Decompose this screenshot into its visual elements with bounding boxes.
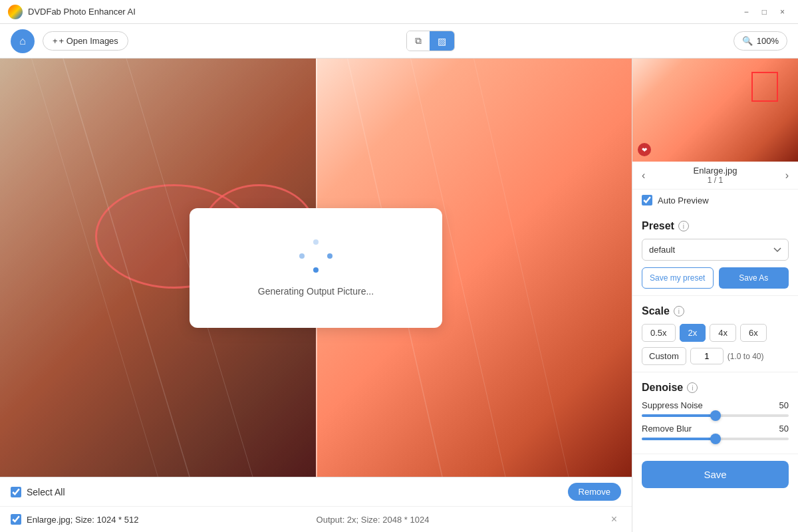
auto-preview-label: Auto Preview (658, 196, 709, 205)
right-panel: ❤ ‹ Enlarge.jpg 1 / 1 › Auto Preview Pre… (632, 59, 798, 532)
remove-blur-track[interactable] (642, 438, 789, 440)
next-icon: › (785, 170, 789, 181)
title-bar: DVDFab Photo Enhancer AI − □ × (0, 0, 798, 24)
toolbar: ⌂ + + Open Images ⧉ ▨ 🔍 100% (0, 24, 798, 59)
file-name: Enlarge.jpg; Size: 1024 * 512 (27, 515, 138, 525)
select-all-checkbox[interactable] (11, 487, 21, 497)
thumbnail-prev-button[interactable]: ‹ (638, 168, 649, 183)
home-icon: ⌂ (19, 35, 26, 47)
denoise-title: Denoise (642, 382, 683, 394)
thumbnail-info: Enlarge.jpg 1 / 1 (694, 166, 737, 185)
custom-scale-button[interactable]: Custom (642, 347, 686, 365)
scale-options: 0.5x 2x 4x 6x (642, 324, 789, 342)
scale-section: Scale i 0.5x 2x 4x 6x Custom (1.0 to 40) (632, 296, 798, 372)
preset-info-icon[interactable]: i (678, 221, 689, 231)
save-button[interactable]: Save (642, 461, 789, 488)
remove-file-icon[interactable]: × (607, 512, 621, 527)
file-list-header: Select All Remove (0, 477, 632, 507)
scale-2x-button[interactable]: 2x (680, 324, 706, 342)
loading-text: Generating Output Picture... (258, 286, 374, 297)
open-images-label: + Open Images (59, 36, 118, 46)
select-all-label: Select All (27, 487, 65, 497)
minimize-button[interactable]: − (739, 5, 754, 19)
scale-header: Scale i (642, 305, 789, 317)
preset-header: Preset i (642, 220, 789, 232)
remove-blur-fill (642, 438, 716, 440)
thumbnail-selection-box (751, 72, 778, 102)
remove-blur-thumb[interactable] (710, 434, 721, 444)
denoise-header: Denoise i (642, 382, 789, 394)
remove-blur-label: Remove Blur (642, 424, 692, 434)
thumbnail-page: 1 / 1 (694, 176, 737, 185)
preset-buttons: Save my preset Save As (642, 267, 789, 289)
close-button[interactable]: × (775, 5, 790, 19)
preset-section: Preset i default high quality fast Save … (632, 211, 798, 296)
enhance-view-icon: ▨ (438, 36, 446, 47)
spinner-dot-1 (313, 239, 319, 245)
spinner-dot-2 (327, 253, 332, 259)
file-list: Select All Remove Enlarge.jpg; Size: 102… (0, 477, 632, 532)
suppress-noise-thumb[interactable] (710, 410, 721, 421)
suppress-noise-track[interactable] (642, 414, 789, 417)
thumbnail-nav: ‹ Enlarge.jpg 1 / 1 › (632, 162, 798, 190)
thumbnail-area: ❤ (632, 59, 798, 162)
zoom-value: 100% (757, 36, 779, 46)
canvas-area: Generating Output Picture... Select All … (0, 59, 632, 532)
window-controls: − □ × (739, 5, 790, 19)
remove-blur-value: 50 (779, 424, 789, 434)
custom-scale-input[interactable] (690, 348, 724, 364)
preset-dropdown[interactable]: default high quality fast (642, 239, 789, 261)
image-canvas: Generating Output Picture... (0, 59, 632, 477)
image-viewer: Generating Output Picture... (0, 59, 632, 477)
app-logo (8, 5, 23, 19)
suppress-noise-value: 50 (779, 400, 789, 410)
scale-info-icon[interactable]: i (674, 306, 684, 317)
thumbnail-next-button[interactable]: › (781, 168, 793, 183)
view-split-button[interactable]: ⧉ (407, 31, 430, 51)
prev-icon: ‹ (642, 170, 645, 181)
custom-scale-range: (1.0 to 40) (728, 352, 764, 361)
maximize-button[interactable]: □ (757, 5, 772, 19)
auto-preview-checkbox[interactable] (642, 195, 652, 205)
save-as-button[interactable]: Save As (719, 267, 789, 289)
scale-custom-row: Custom (1.0 to 40) (642, 347, 789, 365)
file-item-left: Enlarge.jpg; Size: 1024 * 512 (11, 514, 138, 525)
zoom-control: 🔍 100% (733, 31, 787, 51)
save-preset-button[interactable]: Save my preset (642, 267, 714, 289)
face-icon: ❤ (638, 143, 651, 156)
view-toggle: ⧉ ▨ (406, 31, 455, 51)
view-enhance-button[interactable]: ▨ (430, 31, 454, 51)
scale-title: Scale (642, 305, 670, 317)
scale-05x-button[interactable]: 0.5x (642, 324, 676, 342)
denoise-section: Denoise i Suppress Noise 50 Remove Blur … (632, 372, 798, 454)
file-checkbox[interactable] (11, 514, 21, 525)
remove-blur-label-row: Remove Blur 50 (642, 424, 789, 434)
preset-title: Preset (642, 220, 674, 232)
home-button[interactable]: ⌂ (11, 29, 35, 53)
select-all-area: Select All (11, 487, 65, 497)
denoise-info-icon[interactable]: i (687, 382, 698, 393)
toolbar-left: ⌂ + + Open Images (11, 29, 128, 53)
title-bar-left: DVDFab Photo Enhancer AI (8, 5, 136, 19)
spinner-dot-4 (299, 253, 305, 259)
zoom-icon: 🔍 (742, 36, 753, 46)
remove-blur-slider-group: Remove Blur 50 (642, 424, 789, 440)
suppress-noise-fill (642, 414, 716, 417)
loading-modal: Generating Output Picture... (190, 208, 442, 328)
open-images-button[interactable]: + + Open Images (43, 31, 128, 51)
app-title: DVDFab Photo Enhancer AI (28, 7, 136, 17)
plus-icon: + (53, 36, 58, 46)
scale-4x-button[interactable]: 4x (710, 324, 736, 342)
auto-preview-section: Auto Preview (632, 190, 798, 211)
spinner-dot-3 (313, 267, 319, 273)
thumbnail-filename: Enlarge.jpg (694, 166, 737, 176)
main-layout: Generating Output Picture... Select All … (0, 59, 798, 532)
remove-button[interactable]: Remove (568, 483, 621, 501)
suppress-noise-label: Suppress Noise (642, 400, 703, 410)
loading-spinner (299, 239, 332, 273)
table-row: Enlarge.jpg; Size: 1024 * 512 Output: 2x… (0, 507, 632, 532)
suppress-noise-slider-group: Suppress Noise 50 (642, 400, 789, 417)
suppress-noise-label-row: Suppress Noise 50 (642, 400, 789, 410)
scale-6x-button[interactable]: 6x (740, 324, 767, 342)
file-output: Output: 2x; Size: 2048 * 1024 (317, 515, 430, 525)
